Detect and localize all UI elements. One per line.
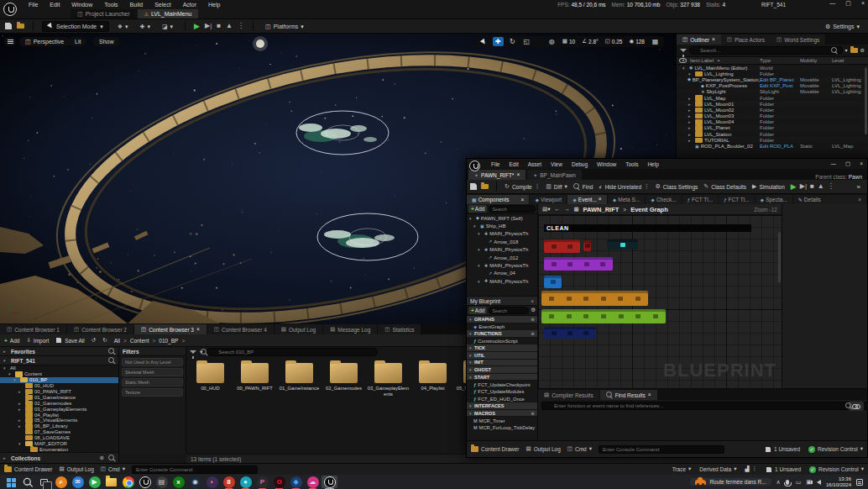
outliner-row[interactable]: ▣ROD_PLA_Boulder_02Edit ROD_PLAStaticLVL… bbox=[677, 143, 868, 149]
outliner-row[interactable]: ▾◉LVL_MainMenu (Editor)World bbox=[677, 65, 868, 71]
folder-tile[interactable]: 03_GameplayElements bbox=[366, 359, 410, 411]
expander-icon[interactable]: ▾ bbox=[688, 71, 693, 76]
tree-item-02_gamemodes[interactable]: ▸02_Gamemodes bbox=[0, 400, 118, 406]
edit-asset-link[interactable]: Edit ROD_PLA bbox=[760, 144, 800, 149]
expander-icon[interactable]: ▸ bbox=[688, 102, 693, 107]
toolbar-overflow-icon[interactable]: » bbox=[857, 183, 864, 191]
tab-event[interactable]: ◈Event...× bbox=[567, 195, 606, 204]
play-button[interactable]: ▶ bbox=[791, 183, 797, 191]
options-icon[interactable]: ⋮ bbox=[535, 184, 541, 190]
project-header[interactable]: ▾ RIFT_541 bbox=[0, 356, 118, 365]
back-icon[interactable]: ↺ bbox=[92, 338, 96, 344]
expander-icon[interactable]: ▸ bbox=[688, 113, 693, 118]
clock[interactable]: 13:36 16/10/2024 bbox=[826, 476, 851, 488]
graph-item[interactable]: ◈EventGraph bbox=[467, 323, 537, 331]
tree-item-00_hud[interactable]: 00_HUD bbox=[0, 383, 118, 389]
visibility-column-icon[interactable] bbox=[679, 58, 687, 63]
menu-edit[interactable]: Edit bbox=[44, 1, 65, 8]
button-class-defaults[interactable]: ✎Class Defaults bbox=[703, 183, 746, 190]
tree-item-03_gameplayelements[interactable]: ▸03_GameplayElements bbox=[0, 406, 118, 412]
tab-place-actors[interactable]: ◫Place Actors bbox=[721, 34, 771, 45]
expander-icon[interactable]: ▾ bbox=[13, 377, 18, 382]
menu-view[interactable]: View bbox=[546, 160, 567, 168]
component-row[interactable]: ▾▣Ship_HB bbox=[467, 222, 537, 229]
scale-tool-icon[interactable]: ◱ bbox=[521, 37, 532, 46]
browse-icon[interactable] bbox=[481, 184, 489, 190]
tree-item-08_loadsave[interactable]: 08_LOADSAVE bbox=[0, 435, 118, 441]
snap-grid-snap-icon[interactable]: ▦10 bbox=[561, 39, 577, 45]
breadcrumb-graph[interactable]: Event Graph bbox=[630, 206, 668, 213]
taskbar-steam[interactable]: ◉ bbox=[187, 476, 203, 488]
output-log-button[interactable]: ▤Output Log bbox=[60, 466, 94, 472]
content-drawer-button[interactable]: Content Drawer bbox=[471, 446, 520, 452]
collections-header[interactable]: ▸ Collections ⊕ bbox=[0, 452, 118, 463]
component-row[interactable]: ↗Arrow_012 bbox=[467, 254, 537, 261]
tab-pawn_rift[interactable]: ✦PAWN_RIFT*× bbox=[468, 170, 526, 180]
column-level[interactable]: Level bbox=[832, 58, 865, 63]
tab-content-browser-3[interactable]: ◫Content Browser 3× bbox=[134, 324, 207, 334]
save-all-button[interactable]: Save All bbox=[55, 337, 85, 344]
add-icon[interactable]: ⊕ bbox=[531, 331, 535, 336]
minimize-icon[interactable]: — bbox=[829, 0, 835, 7]
snap-rotation-snap-icon[interactable]: ∠2.8° bbox=[580, 39, 599, 45]
cmd-dropdown[interactable]: ◫Cmd▾ bbox=[101, 466, 125, 472]
folder-tile[interactable]: 04_Playlist bbox=[410, 359, 455, 411]
outliner-row[interactable]: ▸TUTORIALFolder bbox=[677, 137, 868, 143]
expander-icon[interactable]: ▸ bbox=[18, 423, 24, 429]
unsaved-indicator[interactable]: 1 Unsaved bbox=[766, 466, 801, 473]
filter-chip[interactable]: Not Used In Any Level bbox=[122, 358, 183, 366]
tab-world-settings[interactable]: ◫World Settings bbox=[771, 34, 825, 45]
platforms-dropdown[interactable]: ◫ Platforms ▾ bbox=[262, 22, 307, 31]
button-compile[interactable]: ↻Compile⋮ bbox=[505, 183, 540, 190]
taskbar-app-drop[interactable]: ◆ bbox=[288, 476, 304, 488]
button-class-settings[interactable]: ⚙Class Settings bbox=[656, 183, 698, 190]
gear-icon[interactable]: ⚙ bbox=[531, 308, 536, 313]
components-search-input[interactable] bbox=[489, 205, 536, 213]
search-options-icon[interactable]: ▾ bbox=[845, 48, 848, 53]
tab-bp_mainpawn[interactable]: ✦BP_MainPawn bbox=[527, 170, 582, 180]
viewport-menu-icon[interactable] bbox=[4, 37, 16, 46]
filter-chip[interactable]: Texture bbox=[122, 388, 183, 397]
tab-content-browser-2[interactable]: ◫Content Browser 2 bbox=[67, 324, 133, 334]
blueprints-dropdown[interactable]: ✚▾ bbox=[137, 22, 154, 31]
node-cluster[interactable] bbox=[607, 239, 638, 250]
new-folder-icon[interactable] bbox=[850, 48, 858, 54]
section-start[interactable]: ▾START bbox=[467, 374, 537, 381]
microphone-icon[interactable] bbox=[786, 480, 791, 485]
outliner-row[interactable]: ▸LVL_Moon03Folder bbox=[677, 113, 868, 119]
unsaved-indicator[interactable]: 1 Unsaved bbox=[765, 446, 800, 453]
tab-content-browser-1[interactable]: ◫Content Browser 1 bbox=[0, 324, 66, 334]
output-log-button[interactable]: ▤Output Log bbox=[526, 446, 561, 452]
tab-components[interactable]: ▦ Components × bbox=[467, 195, 529, 204]
graph-item[interactable]: MMCR_ForLoop_TickDelay bbox=[467, 424, 537, 432]
expander-icon[interactable]: ▸ bbox=[688, 119, 693, 124]
my-blueprint-header[interactable]: My Blueprint × bbox=[467, 297, 537, 306]
import-icon[interactable] bbox=[17, 24, 24, 29]
search-icon[interactable] bbox=[108, 455, 115, 461]
graph-item[interactable]: ƒFCT_UpdateCheckpoint bbox=[467, 381, 537, 388]
menu-select[interactable]: Select bbox=[149, 1, 175, 8]
close-icon[interactable]: × bbox=[648, 392, 651, 398]
close-icon[interactable]: × bbox=[599, 197, 602, 202]
node-cluster[interactable] bbox=[541, 291, 648, 306]
outliner-row[interactable]: ☀SkyLightSkyLightMovableLVL_Lighting bbox=[677, 89, 868, 95]
tab-specta[interactable]: ◈Specta... bbox=[756, 195, 792, 204]
close-icon[interactable]: × bbox=[712, 37, 715, 43]
edit-asset-link[interactable]: Edit KXP_Post bbox=[760, 83, 800, 88]
find-references-input[interactable] bbox=[541, 402, 868, 410]
expander-icon[interactable]: ▸ bbox=[18, 407, 24, 412]
menu-build[interactable]: Build bbox=[125, 1, 149, 8]
crumb-content[interactable]: Content bbox=[130, 338, 149, 344]
rotate-tool-icon[interactable]: ↻ bbox=[507, 37, 518, 46]
step-button[interactable]: ▶| bbox=[800, 183, 807, 190]
column-mobility[interactable]: Mobility bbox=[800, 58, 832, 63]
add-component-button[interactable]: +Add bbox=[468, 205, 487, 213]
lit-dropdown[interactable]: Lit bbox=[69, 37, 86, 46]
section-init[interactable]: ▾INIT bbox=[467, 360, 537, 367]
node-cluster[interactable] bbox=[583, 240, 591, 251]
graph-item[interactable]: ƒFCT_ED_HUD_Once bbox=[467, 396, 537, 403]
menu-edit[interactable]: Edit bbox=[505, 160, 522, 168]
menu-actor[interactable]: Actor bbox=[178, 1, 201, 8]
close-icon[interactable]: × bbox=[521, 197, 525, 202]
taskbar-opera[interactable]: O bbox=[271, 476, 287, 488]
